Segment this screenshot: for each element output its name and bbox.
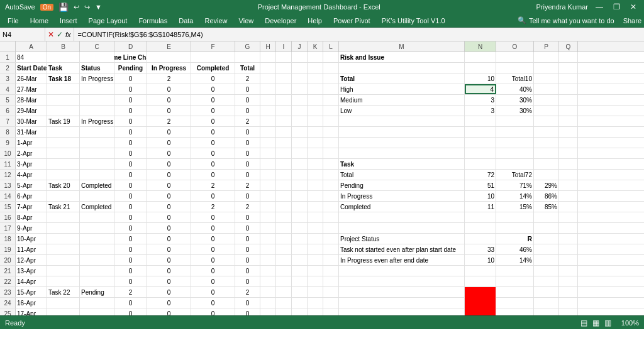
cell-F18[interactable]: 0 <box>191 234 235 244</box>
cell-O14[interactable]: 14% <box>496 191 534 201</box>
cell-I6[interactable] <box>276 106 292 116</box>
row-number-20[interactable]: 20 <box>0 255 16 265</box>
cell-J6[interactable] <box>292 106 308 116</box>
cell-O6[interactable]: 30% <box>496 106 534 116</box>
cell-O18[interactable]: R <box>496 234 534 244</box>
cell-A20[interactable]: 12-Apr <box>16 255 47 265</box>
cell-N15[interactable]: 11 <box>465 202 496 212</box>
cell-Q24[interactable] <box>559 298 578 308</box>
cell-G16[interactable]: 0 <box>235 212 260 222</box>
cell-M17[interactable] <box>339 223 465 233</box>
cell-E20[interactable]: 0 <box>147 255 191 265</box>
cell-P6[interactable] <box>534 106 559 116</box>
cell-E24[interactable]: 0 <box>147 298 191 308</box>
cell-I23[interactable] <box>276 287 292 297</box>
cell-I11[interactable] <box>276 159 292 169</box>
cell-F5[interactable]: 0 <box>191 95 235 105</box>
minimize-button[interactable]: — <box>593 3 606 11</box>
cell-D8[interactable]: 0 <box>114 127 147 137</box>
cell-I10[interactable] <box>276 148 292 158</box>
cell-G17[interactable]: 0 <box>235 223 260 233</box>
confirm-formula-icon[interactable]: ✓ <box>57 30 63 39</box>
cell-J21[interactable] <box>292 266 308 276</box>
cell-J18[interactable] <box>292 234 308 244</box>
cell-C14[interactable] <box>80 191 114 201</box>
cell-O10[interactable] <box>496 148 534 158</box>
cell-A16[interactable]: 8-Apr <box>16 212 47 222</box>
cell-J13[interactable] <box>292 180 308 190</box>
cell-C7[interactable]: In Progress <box>80 116 114 126</box>
sheet-view-break-icon[interactable]: ▥ <box>604 318 611 327</box>
cell-L8[interactable] <box>323 127 339 137</box>
cell-L4[interactable] <box>323 84 339 94</box>
cell-J10[interactable] <box>292 148 308 158</box>
cell-M7[interactable] <box>339 116 465 126</box>
cell-M3[interactable]: Total <box>339 74 465 84</box>
cell-J14[interactable] <box>292 191 308 201</box>
cell-H13[interactable] <box>260 180 276 190</box>
cell-P17[interactable] <box>534 223 559 233</box>
cell-N9[interactable] <box>465 138 496 148</box>
cell-M5[interactable]: Medium <box>339 95 465 105</box>
cell-O17[interactable] <box>496 223 534 233</box>
cell-D13[interactable]: 0 <box>114 180 147 190</box>
cell-I8[interactable] <box>276 127 292 137</box>
cell-K20[interactable] <box>308 255 323 265</box>
cell-P13[interactable]: 29% <box>534 180 559 190</box>
cell-N3[interactable]: 10 <box>465 74 496 84</box>
cell-L19[interactable] <box>323 244 339 254</box>
cell-E21[interactable]: 0 <box>147 266 191 276</box>
cell-M20[interactable]: In Progress even after end date <box>339 255 465 265</box>
row-number-4[interactable]: 4 <box>0 84 16 94</box>
cell-C13[interactable]: Completed <box>80 180 114 190</box>
cell-M22[interactable] <box>339 276 465 286</box>
cell-J24[interactable] <box>292 298 308 308</box>
cell-L22[interactable] <box>323 276 339 286</box>
row-number-6[interactable]: 6 <box>0 106 16 116</box>
cell-H4[interactable] <box>260 84 276 94</box>
cell-E2[interactable]: In Progress <box>147 63 191 73</box>
cell-G3[interactable]: 2 <box>235 74 260 84</box>
cell-M9[interactable] <box>339 138 465 148</box>
cell-B13[interactable]: Task 20 <box>47 180 80 190</box>
cell-F25[interactable]: 0 <box>191 308 235 315</box>
cell-A2[interactable]: Start Date <box>16 63 47 73</box>
cell-P12[interactable] <box>534 170 559 180</box>
cell-Q22[interactable] <box>559 276 578 286</box>
menu-data[interactable]: Data <box>174 16 198 26</box>
cell-J7[interactable] <box>292 116 308 126</box>
cell-A17[interactable]: 9-Apr <box>16 223 47 233</box>
cell-N2[interactable] <box>465 63 496 73</box>
cell-Q7[interactable] <box>559 116 578 126</box>
cell-A22[interactable]: 14-Apr <box>16 276 47 286</box>
cell-B9[interactable] <box>47 138 80 148</box>
cell-N11[interactable] <box>465 159 496 169</box>
cell-Q10[interactable] <box>559 148 578 158</box>
cell-F24[interactable]: 0 <box>191 298 235 308</box>
cell-L20[interactable] <box>323 255 339 265</box>
cell-J22[interactable] <box>292 276 308 286</box>
cell-F11[interactable]: 0 <box>191 159 235 169</box>
cell-M16[interactable] <box>339 212 465 222</box>
cell-Q3[interactable] <box>559 74 578 84</box>
cell-N1[interactable] <box>465 52 496 62</box>
cell-J4[interactable] <box>292 84 308 94</box>
cell-A14[interactable]: 6-Apr <box>16 191 47 201</box>
cell-N10[interactable] <box>465 148 496 158</box>
cell-K18[interactable] <box>308 234 323 244</box>
cell-C6[interactable] <box>80 106 114 116</box>
cell-D2[interactable]: Pending <box>114 63 147 73</box>
menu-help[interactable]: Help <box>303 16 327 26</box>
cell-F13[interactable]: 2 <box>191 180 235 190</box>
col-header-q[interactable]: Q <box>559 41 578 52</box>
cell-A24[interactable]: 16-Apr <box>16 298 47 308</box>
cell-C23[interactable]: Pending <box>80 287 114 297</box>
cell-L6[interactable] <box>323 106 339 116</box>
cell-K4[interactable] <box>308 84 323 94</box>
row-number-22[interactable]: 22 <box>0 276 16 286</box>
cell-J25[interactable] <box>292 308 308 315</box>
cell-B16[interactable] <box>47 212 80 222</box>
row-number-24[interactable]: 24 <box>0 298 16 308</box>
cell-K22[interactable] <box>308 276 323 286</box>
cell-M1[interactable]: Risk and Issue <box>339 52 465 62</box>
